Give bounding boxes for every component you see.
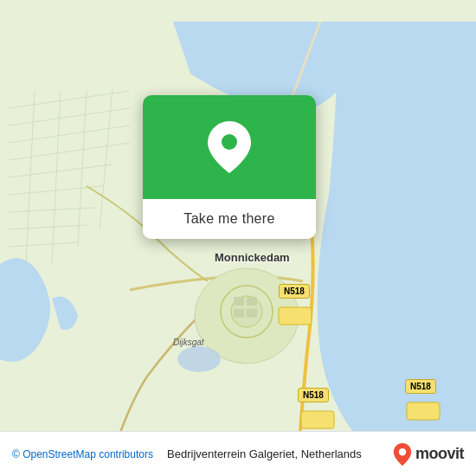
svg-point-29 bbox=[399, 448, 406, 455]
svg-rect-22 bbox=[234, 309, 244, 318]
openstreetmap-link[interactable]: © OpenStreetMap contributors bbox=[12, 448, 153, 460]
popup-header bbox=[143, 95, 316, 199]
road-badge-n518-3: N518 bbox=[405, 379, 436, 394]
city-label: Monnickedam bbox=[215, 251, 290, 264]
road-badge-n518-1: N518 bbox=[279, 284, 310, 299]
svg-rect-20 bbox=[234, 297, 244, 306]
svg-point-28 bbox=[222, 134, 237, 150]
svg-rect-27 bbox=[407, 402, 440, 420]
take-me-there-button[interactable]: Take me there bbox=[143, 199, 316, 239]
copyright-text: © OpenStreetMap contributors bbox=[12, 448, 153, 460]
svg-rect-25 bbox=[279, 307, 312, 325]
footer-bar: © OpenStreetMap contributors Bedrijvente… bbox=[0, 431, 476, 476]
svg-point-24 bbox=[177, 346, 221, 372]
svg-rect-23 bbox=[247, 309, 257, 318]
svg-rect-21 bbox=[247, 297, 257, 306]
moovit-logo: moovit bbox=[393, 443, 464, 466]
location-label: Bedrijventerrein Galgeriet, Netherlands bbox=[136, 447, 393, 460]
location-pin-icon bbox=[208, 121, 251, 173]
road-badge-n518-2: N518 bbox=[298, 388, 329, 402]
map-container: N518 N518 N518 Monnickedam Dijksgat Take… bbox=[0, 0, 476, 476]
dijksgat-label: Dijksgat bbox=[173, 338, 204, 347]
popup-card: Take me there bbox=[143, 95, 316, 239]
moovit-brand-text: moovit bbox=[415, 445, 464, 463]
svg-rect-26 bbox=[301, 411, 334, 428]
moovit-pin-icon bbox=[393, 443, 412, 466]
